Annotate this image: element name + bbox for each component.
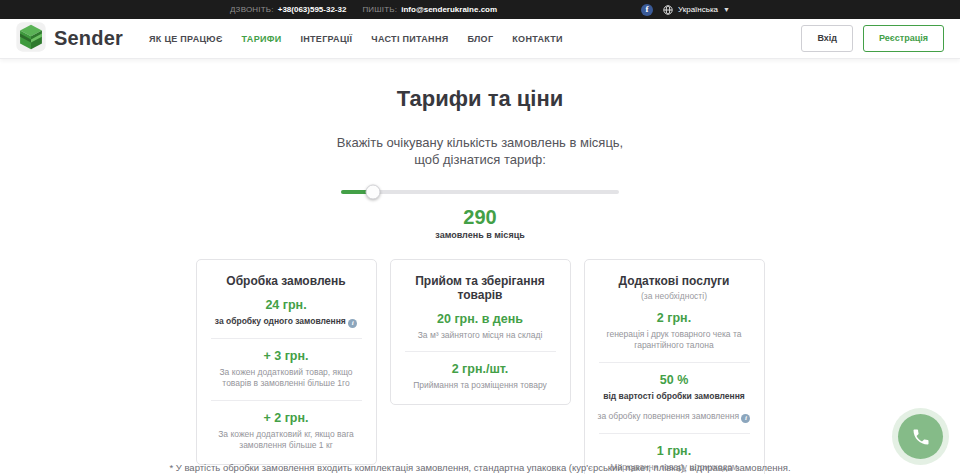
divider (599, 433, 750, 434)
divider (211, 400, 362, 401)
orders-count-label: замовлень в місяць (0, 230, 960, 240)
price-value: + 2 грн. (209, 411, 364, 425)
price-desc: За кожен додатковий кг, якщо вага замовл… (209, 429, 364, 452)
call-widget-button[interactable] (892, 408, 949, 465)
price-desc: За кожен додатковий товар, якщо товарів … (209, 367, 364, 390)
price-desc: За м³ зайнятого місця на складі (403, 330, 558, 341)
price-desc: Приймання та розміщення товару (403, 380, 558, 391)
price-value: 20 грн. в день (403, 312, 558, 326)
write-label: ПИШІТЬ: (362, 5, 397, 14)
phone-number[interactable]: +38(063)595-32-32 (278, 5, 347, 14)
price-desc: генерація і друк товарного чека та гаран… (597, 329, 752, 352)
header: Sender ЯК ЦЕ ПРАЦЮЄ ТАРИФИ ІНТЕГРАЦІЇ ЧА… (0, 19, 960, 59)
language-label: Українська (678, 5, 718, 14)
card-subtitle: (за необхідності) (597, 291, 752, 301)
nav-integrations[interactable]: ІНТЕГРАЦІЇ (300, 34, 352, 44)
nav-tariffs[interactable]: ТАРИФИ (242, 34, 282, 44)
slider-instruction: Вкажіть очікувану кількість замовлень в … (0, 135, 960, 169)
chevron-down-icon: ▼ (723, 6, 730, 13)
card-title: Прийом та зберігання товарів (403, 274, 558, 302)
card-extra-services: Додаткові послуги (за необхідності) 2 гр… (584, 259, 765, 474)
orders-slider (341, 183, 619, 201)
slider-handle[interactable] (365, 184, 380, 199)
brand-name: Sender (54, 27, 123, 50)
slider-track[interactable] (341, 190, 619, 194)
login-button[interactable]: Вхід (801, 25, 853, 52)
card-order-processing: Обробка замовлень 24 грн. за обробку одн… (196, 259, 377, 465)
card-title: Додаткові послуги (597, 274, 752, 288)
facebook-icon[interactable]: f (641, 4, 653, 16)
price-value: 50 % (597, 373, 752, 387)
price-value: + 3 грн. (209, 349, 364, 363)
contact-group: ДЗВОНІТЬ: +38(063)595-32-32 ПИШІТЬ: info… (230, 5, 497, 14)
divider (599, 362, 750, 363)
sender-logo-icon (16, 22, 46, 56)
register-button[interactable]: Реєстрація (863, 25, 944, 52)
card-storage: Прийом та зберігання товарів 20 грн. в д… (390, 259, 571, 405)
divider (405, 351, 556, 352)
price-value: 1 грн. (597, 444, 752, 458)
price-desc-secondary: за обробку повернення замовлення i (597, 411, 752, 423)
pricing-cards: Обробка замовлень 24 грн. за обробку одн… (0, 259, 960, 474)
price-desc: від вартості обробки замовлення (597, 391, 752, 402)
price-value: 2 грн./шт. (403, 362, 558, 376)
topbar: ДЗВОНІТЬ: +38(063)595-32-32 ПИШІТЬ: info… (0, 0, 960, 19)
nav-blog[interactable]: БЛОГ (467, 34, 493, 44)
price-desc: за обробку одного замовлення i (209, 316, 364, 328)
card-title: Обробка замовлень (209, 274, 364, 288)
price-value: 2 грн. (597, 311, 752, 325)
language-selector[interactable]: Українська ▼ (663, 5, 730, 15)
info-icon[interactable]: i (741, 414, 750, 423)
nav-how-it-works[interactable]: ЯК ЦЕ ПРАЦЮЄ (149, 34, 223, 44)
globe-icon (663, 5, 673, 15)
email-link[interactable]: info@senderukraine.com (401, 5, 497, 14)
price-value: 24 грн. (209, 298, 364, 312)
main-nav: ЯК ЦЕ ПРАЦЮЄ ТАРИФИ ІНТЕГРАЦІЇ ЧАСТІ ПИТ… (149, 34, 563, 44)
nav-contacts[interactable]: КОНТАКТИ (512, 34, 563, 44)
orders-count-value: 290 (0, 206, 960, 229)
divider (211, 338, 362, 339)
info-icon[interactable]: i (348, 319, 357, 328)
page-title: Тарифи та ціни (0, 86, 960, 112)
nav-faq[interactable]: ЧАСТІ ПИТАННЯ (371, 34, 448, 44)
pricing-footnote: * У вартість обробки замовлення входить … (0, 462, 960, 473)
call-label: ДЗВОНІТЬ: (230, 5, 274, 14)
phone-icon (898, 414, 943, 459)
brand-logo[interactable]: Sender (16, 22, 123, 56)
